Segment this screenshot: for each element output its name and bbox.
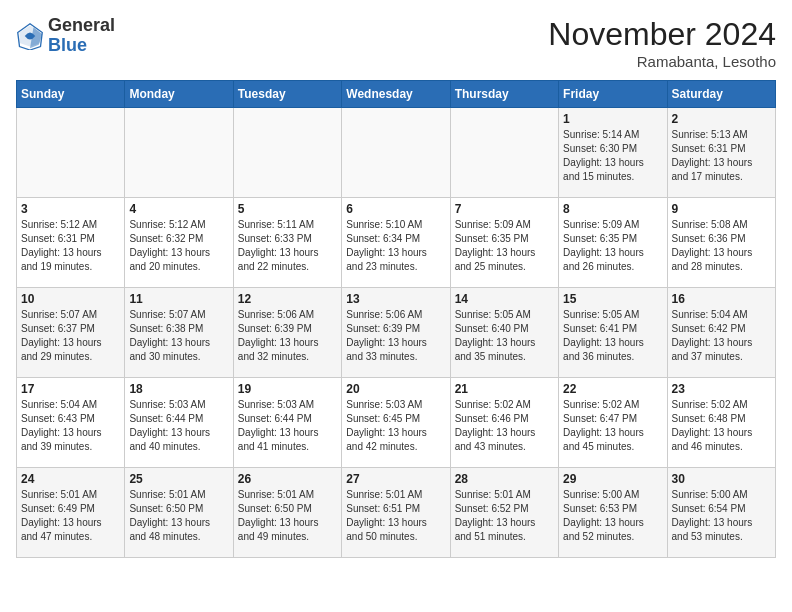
- calendar-cell: 12Sunrise: 5:06 AM Sunset: 6:39 PM Dayli…: [233, 288, 341, 378]
- day-number: 29: [563, 472, 662, 486]
- day-detail: Sunrise: 5:05 AM Sunset: 6:41 PM Dayligh…: [563, 308, 662, 364]
- calendar-cell: 10Sunrise: 5:07 AM Sunset: 6:37 PM Dayli…: [17, 288, 125, 378]
- calendar-week-row: 24Sunrise: 5:01 AM Sunset: 6:49 PM Dayli…: [17, 468, 776, 558]
- calendar-cell: 2Sunrise: 5:13 AM Sunset: 6:31 PM Daylig…: [667, 108, 775, 198]
- day-number: 11: [129, 292, 228, 306]
- day-number: 19: [238, 382, 337, 396]
- calendar-cell: 19Sunrise: 5:03 AM Sunset: 6:44 PM Dayli…: [233, 378, 341, 468]
- day-number: 4: [129, 202, 228, 216]
- day-number: 25: [129, 472, 228, 486]
- day-header-thursday: Thursday: [450, 81, 558, 108]
- day-number: 30: [672, 472, 771, 486]
- day-detail: Sunrise: 5:05 AM Sunset: 6:40 PM Dayligh…: [455, 308, 554, 364]
- day-detail: Sunrise: 5:11 AM Sunset: 6:33 PM Dayligh…: [238, 218, 337, 274]
- day-detail: Sunrise: 5:09 AM Sunset: 6:35 PM Dayligh…: [563, 218, 662, 274]
- calendar-cell: 8Sunrise: 5:09 AM Sunset: 6:35 PM Daylig…: [559, 198, 667, 288]
- day-number: 22: [563, 382, 662, 396]
- calendar-cell: 13Sunrise: 5:06 AM Sunset: 6:39 PM Dayli…: [342, 288, 450, 378]
- day-detail: Sunrise: 5:01 AM Sunset: 6:50 PM Dayligh…: [238, 488, 337, 544]
- logo-icon: [16, 22, 44, 50]
- day-detail: Sunrise: 5:02 AM Sunset: 6:47 PM Dayligh…: [563, 398, 662, 454]
- day-number: 2: [672, 112, 771, 126]
- day-number: 16: [672, 292, 771, 306]
- day-detail: Sunrise: 5:13 AM Sunset: 6:31 PM Dayligh…: [672, 128, 771, 184]
- day-detail: Sunrise: 5:03 AM Sunset: 6:44 PM Dayligh…: [238, 398, 337, 454]
- calendar-cell: 3Sunrise: 5:12 AM Sunset: 6:31 PM Daylig…: [17, 198, 125, 288]
- day-header-wednesday: Wednesday: [342, 81, 450, 108]
- day-detail: Sunrise: 5:03 AM Sunset: 6:45 PM Dayligh…: [346, 398, 445, 454]
- day-number: 13: [346, 292, 445, 306]
- calendar-week-row: 1Sunrise: 5:14 AM Sunset: 6:30 PM Daylig…: [17, 108, 776, 198]
- day-number: 24: [21, 472, 120, 486]
- page-header: General Blue November 2024 Ramabanta, Le…: [16, 16, 776, 70]
- day-header-monday: Monday: [125, 81, 233, 108]
- day-detail: Sunrise: 5:02 AM Sunset: 6:46 PM Dayligh…: [455, 398, 554, 454]
- day-number: 3: [21, 202, 120, 216]
- day-detail: Sunrise: 5:06 AM Sunset: 6:39 PM Dayligh…: [346, 308, 445, 364]
- day-detail: Sunrise: 5:12 AM Sunset: 6:32 PM Dayligh…: [129, 218, 228, 274]
- calendar-cell: 18Sunrise: 5:03 AM Sunset: 6:44 PM Dayli…: [125, 378, 233, 468]
- calendar-cell: 23Sunrise: 5:02 AM Sunset: 6:48 PM Dayli…: [667, 378, 775, 468]
- day-detail: Sunrise: 5:14 AM Sunset: 6:30 PM Dayligh…: [563, 128, 662, 184]
- logo: General Blue: [16, 16, 115, 56]
- calendar-table: SundayMondayTuesdayWednesdayThursdayFrid…: [16, 80, 776, 558]
- day-number: 28: [455, 472, 554, 486]
- day-number: 20: [346, 382, 445, 396]
- calendar-cell: 20Sunrise: 5:03 AM Sunset: 6:45 PM Dayli…: [342, 378, 450, 468]
- calendar-cell: [125, 108, 233, 198]
- day-number: 8: [563, 202, 662, 216]
- calendar-cell: 25Sunrise: 5:01 AM Sunset: 6:50 PM Dayli…: [125, 468, 233, 558]
- calendar-cell: [342, 108, 450, 198]
- day-number: 27: [346, 472, 445, 486]
- day-header-tuesday: Tuesday: [233, 81, 341, 108]
- calendar-cell: 30Sunrise: 5:00 AM Sunset: 6:54 PM Dayli…: [667, 468, 775, 558]
- day-number: 12: [238, 292, 337, 306]
- calendar-cell: 5Sunrise: 5:11 AM Sunset: 6:33 PM Daylig…: [233, 198, 341, 288]
- calendar-cell: 27Sunrise: 5:01 AM Sunset: 6:51 PM Dayli…: [342, 468, 450, 558]
- calendar-cell: 26Sunrise: 5:01 AM Sunset: 6:50 PM Dayli…: [233, 468, 341, 558]
- calendar-cell: 14Sunrise: 5:05 AM Sunset: 6:40 PM Dayli…: [450, 288, 558, 378]
- day-number: 18: [129, 382, 228, 396]
- day-detail: Sunrise: 5:01 AM Sunset: 6:51 PM Dayligh…: [346, 488, 445, 544]
- calendar-cell: 7Sunrise: 5:09 AM Sunset: 6:35 PM Daylig…: [450, 198, 558, 288]
- calendar-cell: 21Sunrise: 5:02 AM Sunset: 6:46 PM Dayli…: [450, 378, 558, 468]
- calendar-cell: 4Sunrise: 5:12 AM Sunset: 6:32 PM Daylig…: [125, 198, 233, 288]
- logo-text: General Blue: [48, 16, 115, 56]
- calendar-cell: 29Sunrise: 5:00 AM Sunset: 6:53 PM Dayli…: [559, 468, 667, 558]
- calendar-week-row: 10Sunrise: 5:07 AM Sunset: 6:37 PM Dayli…: [17, 288, 776, 378]
- day-detail: Sunrise: 5:01 AM Sunset: 6:49 PM Dayligh…: [21, 488, 120, 544]
- calendar-cell: 9Sunrise: 5:08 AM Sunset: 6:36 PM Daylig…: [667, 198, 775, 288]
- day-number: 7: [455, 202, 554, 216]
- calendar-cell: 1Sunrise: 5:14 AM Sunset: 6:30 PM Daylig…: [559, 108, 667, 198]
- calendar-cell: 28Sunrise: 5:01 AM Sunset: 6:52 PM Dayli…: [450, 468, 558, 558]
- day-detail: Sunrise: 5:00 AM Sunset: 6:53 PM Dayligh…: [563, 488, 662, 544]
- location: Ramabanta, Lesotho: [548, 53, 776, 70]
- calendar-cell: [233, 108, 341, 198]
- day-detail: Sunrise: 5:04 AM Sunset: 6:43 PM Dayligh…: [21, 398, 120, 454]
- day-detail: Sunrise: 5:00 AM Sunset: 6:54 PM Dayligh…: [672, 488, 771, 544]
- day-number: 15: [563, 292, 662, 306]
- day-detail: Sunrise: 5:08 AM Sunset: 6:36 PM Dayligh…: [672, 218, 771, 274]
- calendar-cell: 22Sunrise: 5:02 AM Sunset: 6:47 PM Dayli…: [559, 378, 667, 468]
- calendar-header-row: SundayMondayTuesdayWednesdayThursdayFrid…: [17, 81, 776, 108]
- calendar-cell: 6Sunrise: 5:10 AM Sunset: 6:34 PM Daylig…: [342, 198, 450, 288]
- calendar-week-row: 3Sunrise: 5:12 AM Sunset: 6:31 PM Daylig…: [17, 198, 776, 288]
- month-title: November 2024: [548, 16, 776, 53]
- day-number: 1: [563, 112, 662, 126]
- calendar-week-row: 17Sunrise: 5:04 AM Sunset: 6:43 PM Dayli…: [17, 378, 776, 468]
- day-detail: Sunrise: 5:04 AM Sunset: 6:42 PM Dayligh…: [672, 308, 771, 364]
- day-detail: Sunrise: 5:09 AM Sunset: 6:35 PM Dayligh…: [455, 218, 554, 274]
- day-detail: Sunrise: 5:02 AM Sunset: 6:48 PM Dayligh…: [672, 398, 771, 454]
- day-number: 21: [455, 382, 554, 396]
- day-number: 17: [21, 382, 120, 396]
- day-number: 5: [238, 202, 337, 216]
- day-detail: Sunrise: 5:03 AM Sunset: 6:44 PM Dayligh…: [129, 398, 228, 454]
- title-section: November 2024 Ramabanta, Lesotho: [548, 16, 776, 70]
- calendar-cell: 15Sunrise: 5:05 AM Sunset: 6:41 PM Dayli…: [559, 288, 667, 378]
- day-detail: Sunrise: 5:07 AM Sunset: 6:37 PM Dayligh…: [21, 308, 120, 364]
- day-number: 14: [455, 292, 554, 306]
- day-header-friday: Friday: [559, 81, 667, 108]
- day-detail: Sunrise: 5:01 AM Sunset: 6:50 PM Dayligh…: [129, 488, 228, 544]
- calendar-cell: 24Sunrise: 5:01 AM Sunset: 6:49 PM Dayli…: [17, 468, 125, 558]
- calendar-cell: 17Sunrise: 5:04 AM Sunset: 6:43 PM Dayli…: [17, 378, 125, 468]
